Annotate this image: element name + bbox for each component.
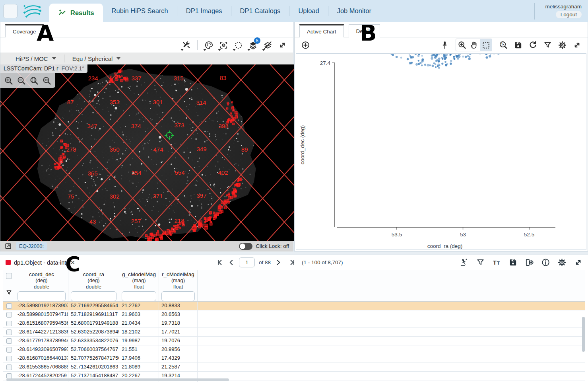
firefly-logo-icon[interactable] — [21, 3, 44, 19]
sky-coverage-map[interactable]: LSSTComCam: DP1 rFOV:2.1° 23433731583873… — [0, 64, 294, 241]
table-cell[interactable]: -28.589980150794716 — [15, 310, 68, 319]
pin-table-chart-button[interactable] — [458, 257, 470, 269]
table-cell[interactable]: 52.630252208738945 — [68, 328, 119, 336]
table-cell[interactable]: 21.8089 — [119, 363, 159, 371]
filter-chart-button[interactable] — [541, 39, 553, 51]
table-row[interactable]: -28.58998015079471652.7182919691131721.9… — [3, 310, 585, 319]
table-cell[interactable]: 20.8833 — [159, 302, 198, 310]
filter-row-icon[interactable] — [6, 289, 12, 296]
filter-input-r-cmodelmag[interactable] — [161, 291, 195, 301]
tab-results[interactable]: Results — [49, 4, 103, 22]
column-header-r-cmodelmag[interactable]: r_cModelMag(mag)float — [159, 270, 198, 301]
add-column-button[interactable] — [523, 257, 535, 269]
table-cell[interactable]: 17.4329 — [159, 354, 198, 363]
last-page-button[interactable] — [289, 259, 296, 266]
table-title-tab[interactable]: dp1.Object - data-int ✕ — [0, 259, 75, 266]
filter-input-g-cmodelmag[interactable] — [122, 291, 156, 301]
row-checkbox[interactable] — [6, 347, 12, 353]
table-cell[interactable]: 52.71692295584654 — [68, 302, 119, 310]
restore-chart-button[interactable] — [527, 39, 539, 51]
select-region-button[interactable] — [232, 39, 244, 51]
filter-input-coord-dec[interactable] — [17, 291, 66, 301]
pin-chart-button[interactable] — [439, 39, 450, 51]
zoom-fill-button[interactable] — [41, 75, 52, 86]
table-cell[interactable]: -28.615168079594536 — [15, 319, 68, 327]
table-cell[interactable]: 21.2762 — [119, 302, 159, 310]
table-row[interactable]: -28.61779178378994452.6333353482207619.9… — [3, 337, 585, 345]
table-cell[interactable]: 52.71342610201863 — [68, 363, 119, 371]
chart-select-mode-button[interactable] — [480, 39, 492, 51]
logout-button[interactable]: Logout — [556, 11, 582, 18]
filter-input-coord-ra[interactable] — [71, 291, 116, 301]
table-cell[interactable]: 21.2587 — [159, 363, 198, 371]
table-info-button[interactable] — [539, 257, 551, 269]
chart-pan-mode-button[interactable] — [468, 39, 480, 51]
row-checkbox[interactable] — [6, 321, 12, 326]
row-checkbox[interactable] — [6, 365, 12, 370]
tab-rubin-hips-search[interactable]: Rubin HiPS Search — [103, 0, 177, 22]
click-lock-toggle[interactable] — [239, 243, 252, 250]
table-cell[interactable]: 19.7076 — [159, 337, 198, 345]
table-cell[interactable]: 52.70660037564767 — [68, 345, 119, 354]
row-checkbox[interactable] — [6, 373, 12, 379]
chart-settings-button[interactable] — [556, 39, 568, 51]
table-cell[interactable]: -28.617791783789944 — [15, 337, 68, 345]
table-row[interactable]: -28.61553865706888552.7134261020186321.8… — [3, 363, 585, 372]
horizontal-scrollbar[interactable] — [6, 378, 229, 381]
row-checkbox[interactable] — [6, 329, 12, 335]
projection-select[interactable]: Equ / Spherical — [68, 55, 125, 62]
zoom-out-button[interactable] — [16, 75, 27, 86]
table-cell[interactable]: 52.63333534822076 — [68, 337, 119, 345]
expand-map-button[interactable] — [4, 242, 12, 250]
table-cell[interactable]: 19.7318 — [159, 319, 198, 327]
scatter-chart[interactable]: −27.4−27.6−27.8−28−28.2−28.4−28.6−28.853… — [296, 53, 586, 250]
row-checkbox[interactable] — [6, 312, 12, 318]
save-chart-button[interactable] — [512, 39, 524, 51]
table-cell[interactable]: 52.707752678471756 — [68, 354, 119, 363]
table-cell[interactable]: 20.9956 — [159, 345, 198, 354]
recenter-button[interactable] — [217, 39, 229, 51]
table-cell[interactable]: 19.9987 — [119, 337, 159, 345]
table-cell[interactable]: 20.6563 — [159, 310, 198, 319]
table-cell[interactable]: -28.615538657068885 — [15, 363, 68, 371]
table-row[interactable]: -28.58980192187390752.7169229558465421.2… — [3, 302, 585, 310]
hide-layers-button[interactable] — [262, 39, 274, 51]
first-page-button[interactable] — [216, 259, 223, 266]
table-cell[interactable]: 52.68001791949188 — [68, 319, 119, 327]
table-cell[interactable]: -28.616870166440137 — [15, 354, 68, 363]
hips-moc-select[interactable]: HiPS / MOC — [12, 55, 60, 62]
table-cell[interactable]: 21.9603 — [119, 310, 159, 319]
column-header-g-cmodelmag[interactable]: g_cModelMag(mag)float — [119, 270, 159, 301]
menu-button[interactable] — [3, 4, 17, 18]
table-row[interactable]: -28.61744227121383652.63025220873894518.… — [3, 328, 585, 337]
add-chart-button[interactable] — [299, 39, 311, 51]
text-view-button[interactable] — [491, 257, 503, 269]
table-cell[interactable]: 52.71829196911317 — [68, 310, 119, 319]
expand-table-button[interactable] — [572, 257, 584, 269]
table-row[interactable]: -28.61516807959453652.6800179194918821.0… — [3, 319, 585, 328]
table-cell[interactable]: 17.7021 — [159, 328, 198, 336]
row-checkbox[interactable] — [6, 356, 12, 361]
expand-chart-button[interactable] — [571, 39, 583, 51]
layers-button[interactable]: 5 — [247, 39, 259, 51]
image-tools-button[interactable] — [180, 39, 192, 51]
table-cell[interactable]: 17.9406 — [119, 354, 159, 363]
row-checkbox[interactable] — [6, 338, 12, 344]
zoom-in-button[interactable] — [3, 75, 14, 86]
page-number-input[interactable] — [239, 257, 255, 267]
coverage-map-canvas[interactable]: 2343373158387353301314347374373398278350… — [0, 64, 294, 241]
prev-page-button[interactable] — [227, 259, 235, 266]
table-settings-button[interactable] — [556, 257, 568, 269]
next-page-button[interactable] — [275, 259, 282, 266]
tab-dp1-catalogs[interactable]: DP1 Catalogs — [231, 0, 289, 22]
tab-dp1-images[interactable]: DP1 Images — [177, 0, 231, 22]
table-row[interactable]: -28.61493309650799752.7066003756476721.5… — [3, 345, 585, 354]
zoom-fit-button[interactable] — [28, 75, 39, 86]
expand-coverage-button[interactable] — [276, 39, 288, 51]
tab-active-chart[interactable]: Active Chart — [299, 24, 344, 37]
save-table-button[interactable] — [507, 257, 519, 269]
tab-upload[interactable]: Upload — [289, 0, 328, 22]
row-checkbox[interactable] — [6, 303, 12, 309]
table-cell[interactable]: -28.589801921873907 — [15, 302, 68, 310]
table-cell[interactable]: 21.551 — [119, 345, 159, 354]
